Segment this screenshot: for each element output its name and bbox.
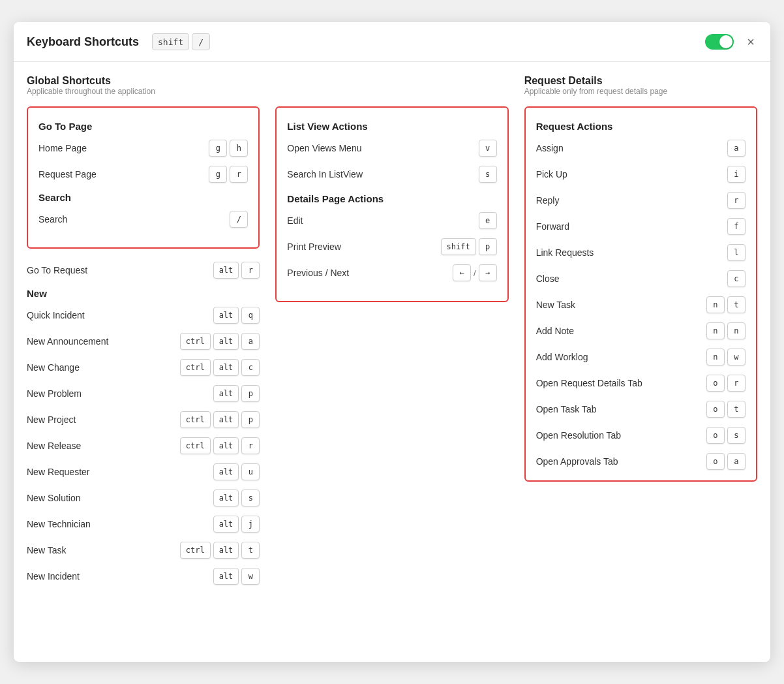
add-worklog-label: Add Worklog	[536, 352, 706, 362]
key-n: n	[706, 296, 725, 313]
prev-next-label: Previous / Next	[287, 268, 453, 278]
home-page-label: Home Page	[38, 143, 209, 153]
home-page-keys: g h	[209, 140, 248, 157]
request-actions-box: Request Actions Assign a Pick Up i	[524, 106, 757, 482]
key-alt11: alt	[213, 542, 239, 559]
forward-keys: f	[727, 218, 746, 235]
search-row: Search /	[38, 211, 248, 228]
key-j: j	[241, 516, 260, 533]
key-r4: r	[727, 192, 746, 209]
edit-keys: e	[479, 212, 497, 229]
open-task-tab-row: Open Task Tab o t	[536, 401, 746, 418]
key-o2: o	[706, 401, 725, 418]
key-p: p	[241, 385, 260, 402]
assign-label: Assign	[536, 143, 727, 153]
prev-next-keys: ← / →	[453, 264, 497, 281]
list-view-actions-title: List View Actions	[287, 121, 496, 132]
key-w: w	[241, 568, 260, 585]
close-row: Close c	[536, 270, 746, 287]
global-shortcuts-col: Global Shortcuts Applicable throughout t…	[27, 75, 260, 594]
key-ctrl: ctrl	[180, 333, 211, 350]
key-slash: /	[230, 211, 248, 228]
keyboard-shortcuts-modal: Keyboard Shortcuts shift / × Global Shor…	[14, 22, 770, 662]
key-r: r	[230, 166, 248, 183]
nav-sep: /	[474, 268, 476, 278]
new-change-label: New Change	[27, 362, 180, 373]
new-solution-label: New Solution	[27, 493, 213, 503]
key-w2: w	[727, 349, 746, 365]
key-alt8: alt	[213, 463, 239, 480]
list-view-box: List View Actions Open Views Menu v Sear…	[275, 106, 508, 302]
open-resolution-tab-row: Open Resolution Tab o s	[536, 427, 746, 444]
new-problem-row: New Problem alt p	[27, 385, 260, 402]
request-actions-title: Request Actions	[536, 121, 746, 132]
forward-row: Forward f	[536, 218, 746, 235]
request-page-keys: g r	[209, 166, 248, 183]
reply-label: Reply	[536, 195, 727, 206]
new-problem-keys: alt p	[213, 385, 260, 402]
request-details-header: Request Details Applicable only from req…	[524, 75, 757, 96]
slash-key-badge: /	[192, 33, 210, 50]
key-i: i	[727, 166, 746, 183]
key-alt12: alt	[213, 568, 239, 585]
new-task-keys: ctrl alt t	[180, 542, 260, 559]
key-ctrl3: ctrl	[180, 411, 211, 428]
new-requester-keys: alt u	[213, 463, 260, 480]
print-preview-row: Print Preview shift p	[287, 238, 496, 255]
key-r2: r	[241, 262, 260, 279]
key-t3: t	[727, 401, 746, 418]
key-g2: g	[209, 166, 227, 183]
key-p2: p	[241, 411, 260, 428]
new-technician-keys: alt j	[213, 516, 260, 533]
reply-row: Reply r	[536, 192, 746, 209]
pick-up-row: Pick Up i	[536, 166, 746, 183]
search-label: Search	[38, 214, 230, 225]
close-button[interactable]: ×	[744, 33, 757, 51]
new-announcement-keys: ctrl alt a	[180, 333, 260, 350]
key-h: h	[230, 140, 248, 157]
search-group-title: Search	[38, 192, 248, 203]
list-view-col: List View Actions Open Views Menu v Sear…	[275, 75, 508, 594]
new-solution-keys: alt s	[213, 490, 260, 506]
new-technician-row: New Technician alt j	[27, 516, 260, 533]
key-s2: s	[727, 427, 746, 444]
details-page-actions-title: Details Page Actions	[287, 193, 496, 204]
assign-keys: a	[727, 140, 746, 157]
toggle-switch[interactable]	[705, 34, 734, 50]
key-shift: shift	[441, 238, 476, 255]
key-a: a	[241, 333, 260, 350]
request-details-col: Request Details Applicable only from req…	[524, 75, 757, 594]
new-requester-label: New Requester	[27, 467, 213, 477]
prev-next-row: Previous / Next ← / →	[287, 264, 496, 281]
open-views-menu-row: Open Views Menu v	[287, 140, 496, 157]
new-task-req-label: New Task	[536, 300, 706, 310]
key-r5: r	[727, 375, 746, 392]
edit-label: Edit	[287, 215, 478, 226]
new-solution-row: New Solution alt s	[27, 490, 260, 506]
key-q: q	[241, 307, 260, 324]
key-t: t	[241, 542, 260, 559]
key-alt4: alt	[213, 359, 239, 376]
open-task-tab-keys: o t	[706, 401, 746, 418]
key-alt7: alt	[213, 437, 239, 454]
new-incident-keys: alt w	[213, 568, 260, 585]
new-task-label: New Task	[27, 545, 180, 555]
new-release-keys: ctrl alt r	[180, 437, 260, 454]
go-to-request-keys: alt r	[213, 262, 260, 279]
key-alt2: alt	[213, 307, 239, 324]
quick-incident-row: Quick Incident alt q	[27, 307, 260, 324]
list-view-header-spacer	[275, 75, 508, 104]
new-task-row: New Task ctrl alt t	[27, 542, 260, 559]
new-announcement-label: New Announcement	[27, 336, 180, 347]
new-project-label: New Project	[27, 414, 180, 425]
pick-up-keys: i	[727, 166, 746, 183]
key-v: v	[479, 140, 497, 157]
open-views-menu-label: Open Views Menu	[287, 143, 478, 153]
key-a2: a	[727, 453, 746, 470]
print-preview-keys: shift p	[441, 238, 497, 255]
add-worklog-row: Add Worklog n w	[536, 349, 746, 365]
key-l: l	[727, 244, 746, 261]
request-page-row: Request Page g r	[38, 166, 248, 183]
key-n4: n	[706, 349, 725, 365]
close-label: Close	[536, 273, 727, 284]
